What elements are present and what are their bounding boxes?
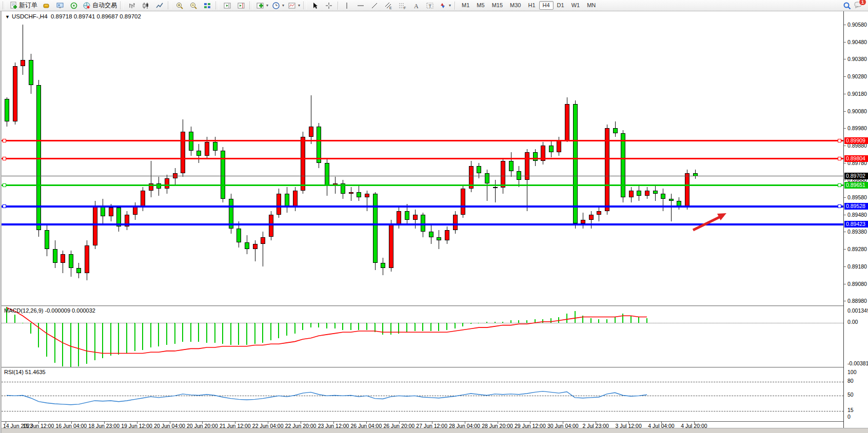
bid-line[interactable]	[2, 176, 843, 176]
line-chart-icon	[155, 2, 164, 10]
timeframe-button-M1[interactable]: M1	[458, 1, 473, 10]
trendline-icon	[370, 2, 379, 10]
notification-badge: 1	[859, 0, 866, 6]
equidistant-channel-button[interactable]: E	[382, 0, 395, 11]
vertical-line-button[interactable]	[340, 0, 353, 11]
price-axis[interactable]: 0.899090.898040.897020.896510.895280.894…	[843, 11, 868, 428]
tile-windows-button[interactable]	[201, 0, 214, 11]
chart-shift-button[interactable]	[234, 0, 248, 11]
cursor-icon	[311, 2, 319, 10]
candle	[325, 163, 329, 185]
auto-trading-button[interactable]: 自动交易	[81, 0, 119, 11]
price-tick-mark	[844, 128, 846, 129]
candle	[661, 194, 665, 199]
horizontal-line-button[interactable]	[354, 0, 367, 11]
macd-histogram-bar	[166, 323, 167, 345]
line-endpoint-marker[interactable]	[838, 183, 841, 187]
bar-chart-button[interactable]	[125, 0, 139, 11]
one-click-toggle-icon[interactable]: ▼	[5, 14, 10, 19]
price-tick-mark	[844, 180, 846, 180]
line-endpoint-marker[interactable]	[3, 157, 6, 160]
chevron-down-icon[interactable]: ▾	[282, 3, 284, 8]
crosshair-button[interactable]	[322, 0, 336, 11]
line-endpoint-marker[interactable]	[838, 139, 841, 142]
horizontal-line[interactable]	[2, 184, 843, 186]
timeframe-button-D1[interactable]: D1	[554, 1, 568, 10]
candlestick-chart-button[interactable]	[139, 0, 152, 11]
horizontal-line[interactable]	[2, 205, 843, 208]
main-chart-pane[interactable]: ▼USDCHF-,H4 0.89718 0.89741 0.89687 0.89…	[2, 11, 843, 305]
macd-histogram-bar	[110, 323, 111, 356]
text-label-button[interactable]: T	[423, 0, 437, 11]
line-endpoint-marker[interactable]	[3, 204, 6, 208]
zoom-in-button[interactable]	[173, 0, 186, 11]
macd-axis-label: 0.00	[847, 319, 858, 325]
templates-button[interactable]: ▾	[286, 0, 302, 11]
market-watch-button[interactable]	[53, 0, 67, 11]
rsi-pane[interactable]: RSI(14) 51.4635	[2, 367, 843, 421]
search-icon[interactable]	[843, 2, 851, 10]
candle	[549, 146, 554, 152]
arrows-button[interactable]: ▾	[437, 0, 452, 11]
trendline-button[interactable]	[368, 0, 381, 11]
timeframe-button-MN[interactable]: MN	[583, 1, 599, 10]
candle	[165, 178, 169, 189]
timeframe-button-M5[interactable]: M5	[473, 1, 488, 10]
line-chart-button[interactable]	[153, 0, 166, 11]
rsi-axis-label: 0	[847, 414, 851, 420]
styler-button[interactable]	[40, 0, 53, 11]
macd-axis-label: -0.00381	[847, 361, 868, 366]
candle	[269, 215, 273, 237]
auto-trading-icon	[83, 2, 91, 10]
macd-histogram-bar	[262, 323, 263, 343]
macd-histogram-bar	[502, 322, 503, 323]
auto-scroll-button[interactable]	[221, 0, 234, 11]
chevron-down-icon[interactable]: ▾	[298, 3, 300, 8]
macd-histogram-bar	[478, 323, 479, 323]
line-endpoint-marker[interactable]	[3, 139, 6, 142]
macd-signal-line	[2, 306, 843, 367]
new-order-label: 新订单	[19, 1, 37, 10]
macd-histogram-bar	[495, 322, 496, 323]
signals-button[interactable]	[67, 0, 81, 11]
line-endpoint-marker[interactable]	[838, 157, 841, 160]
timeframe-button-M15[interactable]: M15	[488, 1, 506, 10]
macd-histogram-bar	[582, 316, 583, 323]
line-endpoint-marker[interactable]	[838, 204, 841, 208]
text-button[interactable]: A	[409, 0, 423, 11]
chevron-down-icon[interactable]: ▾	[266, 3, 268, 8]
horizontal-line[interactable]	[2, 158, 843, 159]
new-order-icon	[9, 2, 17, 10]
fibonacci-button[interactable]: F	[396, 0, 409, 11]
chevron-down-icon[interactable]: ▾	[449, 3, 451, 8]
periods-button[interactable]: ▾	[270, 0, 286, 11]
macd-histogram-bar	[550, 318, 551, 323]
channel-icon: E	[384, 2, 392, 10]
macd-histogram-bar	[646, 318, 647, 323]
time-axis[interactable]: 14 Jun 202315 Jun 12:0016 Jun 04:0018 Ju…	[2, 421, 843, 428]
timeframe-button-M30[interactable]: M30	[506, 1, 524, 10]
timeframe-button-W1[interactable]: W1	[568, 1, 584, 10]
macd-axis-label: 0.001349	[847, 308, 868, 314]
zoom-in-icon	[175, 2, 184, 10]
new-order-button[interactable]: 新订单	[8, 0, 39, 11]
horizontal-line[interactable]	[2, 223, 843, 225]
auto-trading-label: 自动交易	[92, 1, 117, 10]
chat-button[interactable]: 1	[854, 1, 863, 11]
macd-histogram-bar	[78, 323, 79, 366]
macd-histogram-bar	[310, 323, 311, 327]
horizontal-line[interactable]	[2, 140, 843, 141]
candle	[53, 249, 57, 263]
timeframe-button-H4[interactable]: H4	[539, 1, 554, 10]
svg-text:E: E	[389, 6, 392, 10]
macd-histogram-bar	[415, 323, 416, 331]
zoom-out-button[interactable]	[187, 0, 200, 11]
vertical-line-icon	[343, 2, 351, 10]
cursor-button[interactable]	[308, 0, 322, 11]
line-endpoint-marker[interactable]	[3, 183, 6, 187]
macd-histogram-bar	[198, 323, 199, 342]
timeframe-button-H1[interactable]: H1	[524, 1, 539, 10]
candle	[196, 151, 201, 156]
indicators-button[interactable]: ▾	[254, 0, 270, 11]
macd-pane[interactable]: MACD(12,26,9) -0.000009 0.000032	[2, 305, 843, 367]
